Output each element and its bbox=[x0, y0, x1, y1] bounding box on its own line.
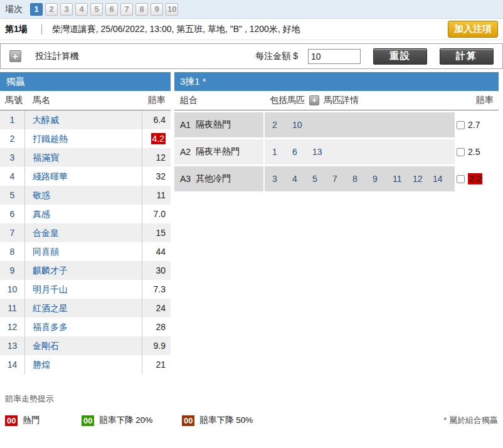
race-tab-9[interactable]: 9 bbox=[151, 3, 163, 16]
included-horse-number: 9 bbox=[373, 174, 393, 184]
combo-odds-value: 2.7 bbox=[468, 120, 480, 130]
horse-name-link[interactable]: 同喜囍 bbox=[25, 242, 142, 261]
combo-odds-value: 2.5 bbox=[468, 147, 480, 157]
add-bet-button[interactable]: 加入注項 bbox=[448, 21, 498, 38]
included-horse-number: 12 bbox=[413, 174, 433, 184]
legend-item: 00 賠率下降 20% bbox=[82, 415, 182, 426]
odds-cell: 15 bbox=[142, 223, 171, 242]
odds-value: 21 bbox=[156, 360, 166, 370]
horse-details-plus-icon[interactable]: + bbox=[309, 95, 319, 105]
race-tab-3[interactable]: 3 bbox=[60, 3, 73, 16]
horse-number: 8 bbox=[0, 242, 25, 261]
odds-value: 44 bbox=[156, 247, 166, 257]
amount-input[interactable] bbox=[308, 49, 361, 64]
race-tab-6[interactable]: 6 bbox=[105, 3, 118, 16]
race-tab-1[interactable]: 1 bbox=[30, 3, 43, 16]
included-horse-number: 7 bbox=[332, 174, 352, 184]
horse-name-link[interactable]: 麒麟才子 bbox=[25, 261, 142, 280]
included-horse-number: 13 bbox=[312, 147, 332, 157]
race-tab-10[interactable]: 10 bbox=[166, 3, 178, 16]
reset-button[interactable]: 重設 bbox=[373, 48, 427, 65]
combo-odds-cell: 2.2 bbox=[455, 166, 499, 191]
horse-name-link[interactable]: 福滿寶 bbox=[25, 148, 142, 167]
combo-select-checkbox[interactable] bbox=[457, 121, 465, 129]
horse-name-link[interactable]: 大醇威 bbox=[25, 110, 142, 129]
odds-cell: 6.4 bbox=[142, 110, 171, 129]
odds-trend-chip: 00 bbox=[5, 415, 18, 426]
odds-cell: 11 bbox=[142, 186, 171, 205]
horse-name-link[interactable]: 綫路暉華 bbox=[25, 167, 142, 186]
race-tab-8[interactable]: 8 bbox=[135, 3, 148, 16]
col-horse-name: 馬名 bbox=[25, 95, 139, 106]
expand-calculator-icon[interactable]: + bbox=[9, 50, 21, 62]
race-tab-2[interactable]: 2 bbox=[45, 3, 58, 16]
horse-name-link[interactable]: 敬惑 bbox=[25, 186, 142, 205]
horse-name-link[interactable]: 真感 bbox=[25, 205, 142, 223]
odds-value: 12 bbox=[156, 152, 166, 163]
horse-name-link[interactable]: 打鐵趁熱 bbox=[25, 129, 142, 148]
race-selector-bar: 場次 12345678910 bbox=[0, 0, 503, 19]
race-tab-7[interactable]: 7 bbox=[120, 3, 133, 16]
win-rows: 1 大醇威 6.4 2 打鐵趁熱 4.2 3 福滿寶 12 4 綫路暉華 32 … bbox=[0, 110, 171, 374]
horse-name-link[interactable]: 紅酒之星 bbox=[25, 299, 142, 317]
odds-value: 6.4 bbox=[154, 115, 166, 125]
horse-name-link[interactable]: 合金皇 bbox=[25, 223, 142, 242]
combo-odds-value: 2.2 bbox=[468, 173, 482, 184]
horse-name-link[interactable]: 勝煌 bbox=[25, 355, 142, 374]
combo-select-checkbox[interactable] bbox=[457, 148, 465, 156]
table-row: 9 麒麟才子 30 bbox=[0, 261, 171, 280]
odds-cell: 7.3 bbox=[142, 280, 171, 299]
combo-win-footnote: * 屬於組合獨贏 bbox=[443, 415, 498, 426]
included-horses-cell: 1613 bbox=[265, 139, 455, 164]
horse-number: 12 bbox=[0, 317, 25, 336]
horse-number: 14 bbox=[0, 355, 25, 374]
amount-per-bet-label: 每注金額 $ bbox=[255, 51, 298, 62]
included-horses-cell: 345789111214 bbox=[265, 166, 455, 191]
race-tab-5[interactable]: 5 bbox=[90, 3, 103, 16]
included-horse-number: 10 bbox=[292, 120, 312, 130]
odds-value: 32 bbox=[156, 171, 166, 181]
combination-cell: A1 隔夜熱門 bbox=[174, 112, 263, 137]
odds-cell: 21 bbox=[142, 355, 171, 374]
divider bbox=[41, 24, 42, 35]
combo-odds-cell: 2.5 bbox=[455, 139, 499, 164]
table-row: 13 金剛石 9.9 bbox=[0, 336, 171, 355]
win-panel: 獨贏 馬號 馬名 賠率 1 大醇威 6.4 2 打鐵趁熱 4.2 3 福滿寶 1… bbox=[0, 72, 171, 374]
col-horse-details: 馬匹詳情 bbox=[324, 95, 359, 106]
included-horse-number: 6 bbox=[292, 147, 312, 157]
combo-odds-cell: 2.7 bbox=[455, 112, 499, 137]
race-number: 第1場 bbox=[5, 24, 28, 35]
combination-name: 隔夜半熱門 bbox=[196, 146, 240, 157]
odds-value: 30 bbox=[156, 265, 166, 275]
included-horse-number: 4 bbox=[292, 174, 312, 184]
horse-number: 13 bbox=[0, 336, 25, 355]
horse-number: 1 bbox=[0, 110, 25, 129]
included-horse-number: 14 bbox=[433, 174, 453, 184]
race-selector-label: 場次 bbox=[5, 4, 23, 15]
race-tab-4[interactable]: 4 bbox=[75, 3, 88, 16]
horse-name-link[interactable]: 金剛石 bbox=[25, 336, 142, 355]
col-included-horses: 包括馬匹 bbox=[270, 95, 305, 106]
combo-column-headers: 組合 包括馬匹 + 馬匹詳情 賠率 bbox=[174, 91, 499, 110]
combo-panel: 3揀1 * 組合 包括馬匹 + 馬匹詳情 賠率 A1 隔夜熱門 210 2.7 … bbox=[174, 72, 499, 193]
col-odds: 賠率 bbox=[139, 95, 171, 106]
odds-value: 4.2 bbox=[151, 133, 166, 144]
combination-cell: A3 其他冷門 bbox=[174, 166, 263, 191]
horse-name-link[interactable]: 明月千山 bbox=[25, 280, 142, 299]
legend-item: 00 熱門 bbox=[5, 415, 82, 426]
horse-number: 11 bbox=[0, 299, 25, 317]
combo-select-checkbox[interactable] bbox=[457, 175, 465, 183]
odds-value: 7.0 bbox=[154, 209, 166, 219]
horse-number: 10 bbox=[0, 280, 25, 299]
race-info-row: 第1場 柴灣道讓賽, 25/06/2022, 13:00, 第五班, 草地, "… bbox=[0, 19, 503, 40]
included-horse-number: 3 bbox=[272, 174, 292, 184]
horse-name-link[interactable]: 福喜多多 bbox=[25, 317, 142, 336]
main-panels: 獨贏 馬號 馬名 賠率 1 大醇威 6.4 2 打鐵趁熱 4.2 3 福滿寶 1… bbox=[0, 72, 503, 374]
calculate-button[interactable]: 計算 bbox=[440, 48, 494, 65]
included-horse-number: 8 bbox=[352, 174, 373, 184]
legend-items: 00 熱門 00 賠率下降 20% 00 賠率下降 50% * 屬於組合獨贏 bbox=[5, 415, 498, 426]
table-row: 14 勝煌 21 bbox=[0, 355, 171, 374]
combination-cell: A2 隔夜半熱門 bbox=[174, 139, 263, 164]
included-horse-number: 5 bbox=[312, 174, 332, 184]
col-combo-odds: 賠率 bbox=[476, 95, 499, 106]
